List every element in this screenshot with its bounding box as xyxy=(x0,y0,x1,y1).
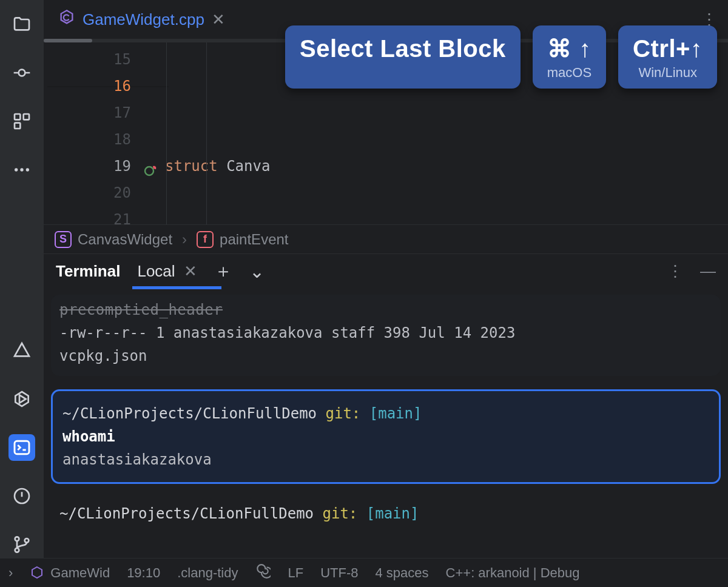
terminal-block-selected: ~/CLionProjects/CLionFullDemo git: [main… xyxy=(51,389,721,484)
statusbar-cursor[interactable]: 19:10 xyxy=(127,565,160,581)
breadcrumb-fn[interactable]: f paintEvent xyxy=(197,231,288,248)
overlay-win: Ctrl+↑ Win/Linux xyxy=(618,25,717,89)
statusbar-clangtidy[interactable]: .clang-tidy xyxy=(177,565,238,581)
statusbar-filename[interactable]: GameWid xyxy=(50,565,110,581)
svg-rect-1 xyxy=(15,114,20,119)
svg-point-0 xyxy=(18,70,25,76)
statusbar-file-icon xyxy=(30,566,44,580)
breadcrumb-separator-icon: › xyxy=(182,231,187,248)
svg-point-11 xyxy=(15,548,19,552)
tool-rail xyxy=(0,0,44,558)
gutter: 15 16 17 18 19 20 21 xyxy=(44,42,165,224)
problems-icon[interactable] xyxy=(8,483,35,509)
terminal-options-icon[interactable]: ⋮ xyxy=(667,262,683,281)
svg-point-13 xyxy=(145,167,153,175)
structure-icon[interactable] xyxy=(8,108,35,135)
vcs-commit-icon[interactable] xyxy=(8,59,35,86)
statusbar-encoding[interactable]: UTF-8 xyxy=(320,565,358,581)
statusbar-indent[interactable]: 4 spaces xyxy=(375,565,428,581)
svg-rect-3 xyxy=(15,123,20,129)
run-icon[interactable] xyxy=(8,386,35,412)
tab-filename: GameWidget.cpp xyxy=(83,10,204,29)
svg-point-10 xyxy=(15,537,19,541)
overlay-mac: ⌘ ↑ macOS xyxy=(533,25,606,89)
svg-point-5 xyxy=(20,168,23,171)
shortcut-overlay: Select Last Block ⌘ ↑ macOS Ctrl+↑ Win/L… xyxy=(285,25,717,89)
terminal-block-prev: precomptied_header -rw-r--r-- 1 anastasi… xyxy=(51,295,721,376)
editor-tab[interactable]: GameWidget.cpp ✕ xyxy=(51,5,232,34)
terminal-minimize-icon[interactable]: — xyxy=(700,262,716,281)
terminal-tab[interactable]: Local ✕ xyxy=(137,262,197,281)
statusbar-eol[interactable]: LF xyxy=(288,565,303,581)
terminal-new-tab-icon[interactable]: ＋ xyxy=(214,259,232,284)
overlay-title: Select Last Block xyxy=(285,25,521,89)
override-gutter-icon[interactable] xyxy=(143,159,158,173)
cmake-icon[interactable] xyxy=(8,337,35,364)
svg-point-6 xyxy=(25,168,29,171)
project-icon[interactable] xyxy=(8,11,35,38)
function-icon: f xyxy=(197,231,214,248)
breadcrumb: S CanvasWidget › f paintEvent xyxy=(44,224,728,253)
statusbar-lang[interactable]: C++: arkanoid | Debug xyxy=(446,565,580,581)
breadcrumb-struct[interactable]: S CanvasWidget xyxy=(55,231,172,248)
svg-point-12 xyxy=(24,538,29,543)
statusbar-chevron-icon[interactable]: › xyxy=(8,565,13,581)
svg-point-4 xyxy=(15,168,18,171)
terminal-tab-close-icon[interactable]: ✕ xyxy=(184,262,197,281)
tab-close-icon[interactable]: ✕ xyxy=(212,10,225,29)
struct-icon: S xyxy=(55,231,72,248)
git-branch-icon[interactable] xyxy=(8,531,35,558)
more-icon[interactable] xyxy=(8,156,35,183)
terminal-header: Terminal Local ✕ ＋ ⌄ ⋮ — xyxy=(44,253,728,289)
terminal-dropdown-icon[interactable]: ⌄ xyxy=(249,261,265,282)
terminal-icon[interactable] xyxy=(8,434,35,461)
svg-rect-2 xyxy=(23,114,29,119)
statusbar-spiral-icon[interactable] xyxy=(255,563,271,583)
terminal-block-current: ~/CLionProjects/CLionFullDemo git: [main… xyxy=(51,497,721,530)
svg-rect-8 xyxy=(15,441,29,454)
terminal-title: Terminal xyxy=(56,262,120,281)
status-bar: › GameWid 19:10 .clang-tidy LF UTF-8 4 s… xyxy=(0,558,728,587)
terminal[interactable]: precomptied_header -rw-r--r-- 1 anastasi… xyxy=(44,289,728,558)
cpp-file-icon xyxy=(58,9,75,30)
